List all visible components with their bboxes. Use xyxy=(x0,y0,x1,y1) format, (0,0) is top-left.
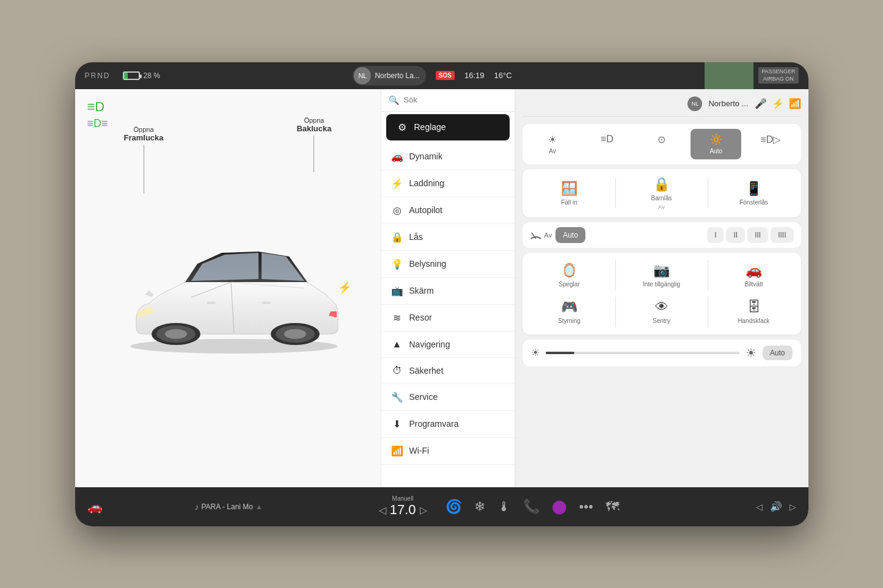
search-input[interactable] xyxy=(404,95,507,104)
phone-icon[interactable]: 📞 xyxy=(523,499,540,515)
frunk-label[interactable]: Öppna Framlucka xyxy=(124,126,164,196)
menu-item-navigering[interactable]: ▲Navigering xyxy=(381,332,515,358)
car-visual: ⚡ xyxy=(112,221,344,380)
light-auto-btn[interactable]: 🔆 Auto xyxy=(691,129,741,159)
defrost-icon[interactable]: ❄ xyxy=(474,499,485,515)
light-parking-btn[interactable]: ⊙ xyxy=(636,129,687,159)
menu-icon-sakerhet: ⏱ xyxy=(391,365,403,376)
menu-label-reglage: Reglage xyxy=(414,122,446,132)
user-chip[interactable]: NL Norberto La... xyxy=(353,66,425,85)
taskbar-left: 🚗 xyxy=(87,499,185,514)
speglar-label: Speglar xyxy=(559,281,579,288)
styrning-label: Styrning xyxy=(558,318,581,324)
menu-label-resor: Resor xyxy=(409,313,432,322)
handskfack-btn[interactable]: 🗄 Handskfack xyxy=(714,299,794,324)
fonsterlas-btn[interactable]: 📱 Fönsterlås xyxy=(714,181,794,206)
menu-icon-belysning: 💡 xyxy=(391,258,403,270)
temp-down-btn[interactable]: ◁ xyxy=(379,504,386,516)
top-bar: PRND 28 % NL Norberto La... SOS 16:19 16… xyxy=(75,62,808,89)
signal-icon[interactable]: 📶 xyxy=(789,98,801,109)
light-av-btn[interactable]: ☀ Av xyxy=(527,129,578,159)
light-drl-btn[interactable]: ≡D xyxy=(582,129,632,159)
menu-item-laddning[interactable]: ⚡Laddning xyxy=(381,170,515,197)
divider-1 xyxy=(615,178,616,208)
brightness-slider[interactable] xyxy=(546,352,739,354)
menu-label-sakerhet: Säkerhet xyxy=(409,366,444,376)
wiper-speed-1-btn[interactable]: I xyxy=(707,227,724,243)
handskfack-icon: 🗄 xyxy=(747,299,761,315)
styrning-btn[interactable]: 🎮 Styrning xyxy=(530,299,609,324)
menu-icon-laddning: ⚡ xyxy=(391,178,403,189)
menu-label-skarm: Skärm xyxy=(409,286,434,296)
seat-heat-icon[interactable]: 🌡 xyxy=(497,499,511,515)
menu-item-dynamik[interactable]: 🚗Dynamik xyxy=(381,143,515,170)
fall-in-btn[interactable]: 🪟 Fäll in xyxy=(530,181,609,206)
trunk-label[interactable]: Öppna Baklucka xyxy=(296,117,331,175)
temp-area: Manuell ◁ 17.0 ▷ xyxy=(379,495,427,518)
barnlas-btn[interactable]: 🔒 Barnlås Av xyxy=(622,176,702,210)
music-title: PARA - Lani Mo xyxy=(202,503,253,511)
mic-icon[interactable]: 🎤 xyxy=(755,98,767,109)
light-av-label: Av xyxy=(549,148,556,154)
light-drl-icon: ≡D xyxy=(601,134,614,145)
light-auto-icon: 🔆 xyxy=(710,134,722,145)
sun-bright-icon: ☀ xyxy=(746,346,757,360)
frunk-bold: Framlucka xyxy=(124,133,164,142)
menu-item-service[interactable]: 🔧Service xyxy=(381,384,515,411)
sos-badge[interactable]: SOS xyxy=(436,71,455,80)
taskbar-car-icon: 🚗 xyxy=(87,499,103,514)
sentry-icon: 👁 xyxy=(655,299,669,315)
wiper-auto-btn[interactable]: Auto xyxy=(555,227,585,243)
wiper-controls: Av Auto I II III IIII xyxy=(522,222,801,248)
menu-item-resor[interactable]: ≋Resor xyxy=(381,305,515,332)
menu-items-container: ⚙Reglage🚗Dynamik⚡Laddning◎Autopilot🔒Lås💡… xyxy=(381,114,515,465)
menu-icon-navigering: ▲ xyxy=(391,339,403,350)
barnlas-label: Barnlås xyxy=(651,195,672,201)
temp-control: ◁ 17.0 ▷ xyxy=(379,502,427,518)
user-bar: NL Norberto ... 🎤 ⚡ 📶 xyxy=(522,96,801,117)
menu-item-programvara[interactable]: ⬇Programvara xyxy=(381,411,515,438)
menu-label-las: Lås xyxy=(409,232,423,242)
menu-item-belysning[interactable]: 💡Belysning xyxy=(381,251,515,278)
wiper-svg xyxy=(530,230,542,240)
music-area[interactable]: ♪ PARA - Lani Mo ▲ xyxy=(195,502,263,512)
divider-4 xyxy=(708,260,708,291)
volume-icon[interactable]: 🔊 xyxy=(770,501,782,512)
menu-icon-dynamik: 🚗 xyxy=(391,151,403,162)
media-icon[interactable]: ⬤ xyxy=(552,499,567,515)
light-beam-btn[interactable]: ≡D▷ xyxy=(745,129,796,159)
wiper-speed-4-btn[interactable]: IIII xyxy=(771,227,793,243)
fan-icon: ≡D≡ xyxy=(87,117,108,130)
menu-item-las[interactable]: 🔒Lås xyxy=(381,224,515,251)
brightness-auto-badge[interactable]: Auto xyxy=(763,346,793,360)
menu-item-wifi[interactable]: 📶Wi-Fi xyxy=(381,438,515,465)
svg-point-9 xyxy=(284,329,306,339)
menu-item-autopilot[interactable]: ◎Autopilot xyxy=(381,197,515,224)
bluetooth-icon[interactable]: ⚡ xyxy=(772,98,784,109)
user-name-top: Norberto La... xyxy=(375,71,419,80)
wiper-speed-3-btn[interactable]: III xyxy=(747,227,768,243)
navigate-icon[interactable]: 🗺 xyxy=(606,499,619,515)
gear-indicator: ≡D ≡D≡ xyxy=(87,99,108,132)
menu-item-sakerhet[interactable]: ⏱Säkerhet xyxy=(381,358,515,384)
menu-item-skarm[interactable]: 📺Skärm xyxy=(381,278,515,305)
more-icon[interactable]: ••• xyxy=(579,499,593,515)
menu-item-reglage[interactable]: ⚙Reglage xyxy=(386,114,510,141)
light-av-icon: ☀ xyxy=(548,134,557,145)
biltvatt-btn[interactable]: 🚗 Biltvätt xyxy=(714,263,794,288)
menu-icon-wifi: 📶 xyxy=(391,445,403,457)
fan-taskbar-icon[interactable]: 🌀 xyxy=(445,499,462,515)
wiper-speed-2-btn[interactable]: II xyxy=(726,227,745,243)
vol-right-icon[interactable]: ▷ xyxy=(790,502,796,512)
vol-left-icon[interactable]: ◁ xyxy=(756,502,763,512)
temp-up-btn[interactable]: ▷ xyxy=(420,504,427,516)
top-bar-center: NL Norberto La... SOS 16:19 16°C xyxy=(160,66,705,85)
speglar-btn[interactable]: 🪞 Speglar xyxy=(530,263,609,288)
sentry-btn[interactable]: 👁 Sentry xyxy=(622,299,702,324)
wiper-av-label: Av xyxy=(544,231,552,239)
prnd-display: PRND xyxy=(85,71,111,80)
inte-tillganglig-icon: 📷 xyxy=(653,263,670,278)
music-arrow-icon: ▲ xyxy=(255,503,263,511)
menu-icon-service: 🔧 xyxy=(391,391,403,403)
extra-row-2: 🎮 Styrning 👁 Sentry 🗄 Handskfack xyxy=(530,297,794,327)
